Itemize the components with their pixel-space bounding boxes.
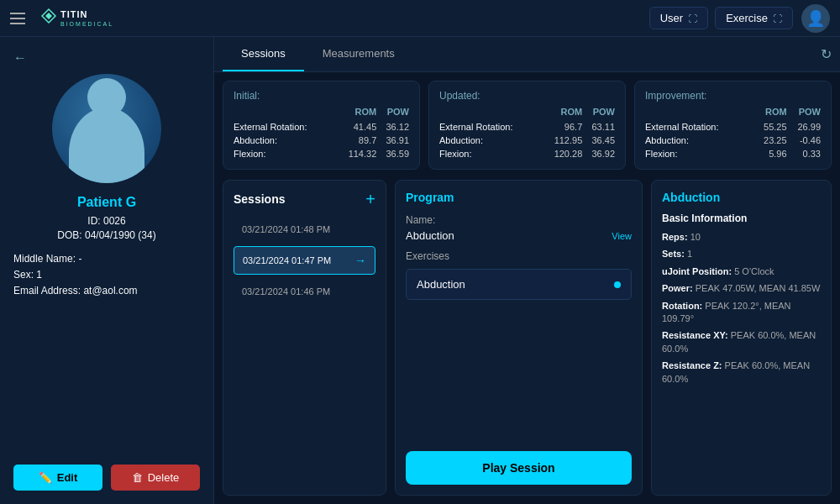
session-arrow: → bbox=[354, 254, 366, 267]
exercises-label: Exercises bbox=[406, 250, 632, 262]
ujoint-row: uJoint Position: 5 O'Clock bbox=[662, 265, 821, 278]
abduction-panel: Abduction Basic Information Reps: 10 Set… bbox=[651, 180, 832, 496]
patient-name: Patient G bbox=[13, 195, 200, 210]
res-xy-row: Resistance XY: PEAK 60.0%, MEAN 60.0% bbox=[662, 329, 821, 355]
logo: TITIN BIOMEDICAL bbox=[37, 4, 129, 32]
table-row: Abduction:112.9536.45 bbox=[439, 134, 615, 147]
table-row: Flexion:114.3236.59 bbox=[234, 147, 409, 160]
session-item[interactable]: 03/21/2024 01:48 PM bbox=[234, 218, 375, 241]
expand-icon2: ⛶ bbox=[773, 13, 782, 24]
svg-text:BIOMEDICAL: BIOMEDICAL bbox=[60, 21, 113, 27]
sessions-header: Sessions + bbox=[234, 191, 375, 207]
table-row: External Rotation:96.763.11 bbox=[439, 120, 615, 134]
sets-row: Sets: 1 bbox=[662, 248, 821, 260]
hamburger-menu[interactable] bbox=[10, 13, 25, 24]
program-name-label: Name: bbox=[406, 214, 632, 226]
top-nav: TITIN BIOMEDICAL User ⛶ Exercise ⛶ 👤 bbox=[0, 0, 840, 37]
bottom-panels: Sessions + 03/21/2024 01:48 PM03/21/2024… bbox=[214, 175, 840, 504]
tab-sessions[interactable]: Sessions bbox=[223, 37, 304, 71]
edit-button[interactable]: ✏️ Edit bbox=[13, 465, 102, 491]
user-button[interactable]: User ⛶ bbox=[649, 7, 708, 29]
svg-marker-3 bbox=[45, 13, 52, 19]
middle-name-row: Middle Name: - bbox=[13, 253, 200, 265]
left-actions: ✏️ Edit 🗑 Delete bbox=[13, 465, 200, 491]
sessions-panel: Sessions + 03/21/2024 01:48 PM03/21/2024… bbox=[223, 180, 386, 496]
play-session-button[interactable]: Play Session bbox=[406, 451, 632, 485]
table-row: Flexion:120.2836.92 bbox=[439, 147, 615, 160]
edit-icon: ✏️ bbox=[39, 471, 52, 484]
stats-improvement: Improvement: ROM POW External Rotation:5… bbox=[634, 81, 832, 170]
user-btn-label: User bbox=[660, 12, 683, 24]
exercise-item[interactable]: Abduction bbox=[406, 269, 632, 300]
initial-title: Initial: bbox=[234, 90, 409, 102]
power-row: Power: PEAK 47.05W, MEAN 41.85W bbox=[662, 282, 821, 295]
right-area: Sessions Measurements ↻ Initial: ROM POW bbox=[214, 37, 840, 504]
add-session-button[interactable]: + bbox=[365, 191, 375, 207]
table-row: External Rotation:55.2526.99 bbox=[645, 120, 821, 134]
updated-title: Updated: bbox=[439, 90, 615, 102]
email-row: Email Address: at@aol.com bbox=[13, 285, 200, 297]
program-panel: Program Name: Abduction View Exercises A… bbox=[395, 180, 643, 496]
sex-row: Sex: 1 bbox=[13, 269, 200, 281]
back-button[interactable]: ← bbox=[13, 50, 30, 66]
delete-button[interactable]: 🗑 Delete bbox=[111, 465, 200, 491]
rotation-row: Rotation: PEAK 120.2°, MEAN 109.79° bbox=[662, 300, 821, 326]
program-name-val: Abduction View bbox=[406, 229, 632, 242]
program-title: Program bbox=[406, 191, 632, 204]
tab-measurements[interactable]: Measurements bbox=[304, 37, 413, 71]
improvement-title: Improvement: bbox=[645, 90, 821, 102]
left-panel: ← Patient G ID: 0026 DOB: 04/04/1990 (34… bbox=[0, 37, 214, 504]
exercise-btn-label: Exercise bbox=[726, 12, 768, 24]
expand-icon: ⛶ bbox=[688, 13, 697, 24]
trash-icon: 🗑 bbox=[132, 471, 143, 484]
exercise-button[interactable]: Exercise ⛶ bbox=[715, 7, 793, 29]
res-z-row: Resistance Z: PEAK 60.0%, MEAN 60.0% bbox=[662, 360, 821, 386]
main-layout: ← Patient G ID: 0026 DOB: 04/04/1990 (34… bbox=[0, 37, 840, 504]
stats-initial: Initial: ROM POW External Rotation:41.45… bbox=[223, 81, 420, 170]
exercise-dot bbox=[614, 281, 621, 288]
tabs-bar: Sessions Measurements ↻ bbox=[214, 37, 840, 72]
avatar-silhouette bbox=[69, 108, 144, 183]
patient-dob: DOB: 04/04/1990 (34) bbox=[13, 229, 200, 241]
sessions-title: Sessions bbox=[234, 192, 285, 206]
svg-text:TITIN: TITIN bbox=[60, 9, 88, 19]
patient-id: ID: 0026 bbox=[13, 215, 200, 227]
patient-avatar bbox=[52, 74, 161, 183]
avatar[interactable]: 👤 bbox=[801, 4, 830, 33]
session-item[interactable]: 03/21/2024 01:46 PM bbox=[234, 280, 375, 303]
stats-updated: Updated: ROM POW External Rotation:96.76… bbox=[428, 81, 626, 170]
session-item[interactable]: 03/21/2024 01:47 PM→ bbox=[234, 246, 375, 275]
stats-row: Initial: ROM POW External Rotation:41.45… bbox=[214, 72, 840, 175]
reps-row: Reps: 10 bbox=[662, 231, 821, 244]
table-row: Abduction:23.25-0.46 bbox=[645, 134, 821, 147]
refresh-button[interactable]: ↻ bbox=[821, 46, 832, 62]
sessions-list: 03/21/2024 01:48 PM03/21/2024 01:47 PM→0… bbox=[234, 218, 375, 303]
basic-info-title: Basic Information bbox=[662, 213, 821, 224]
abduction-title: Abduction bbox=[662, 191, 821, 204]
table-row: External Rotation:41.4536.12 bbox=[234, 120, 409, 134]
table-row: Abduction:89.736.91 bbox=[234, 134, 409, 147]
table-row: Flexion:5.960.33 bbox=[645, 147, 821, 160]
view-link[interactable]: View bbox=[612, 231, 632, 241]
